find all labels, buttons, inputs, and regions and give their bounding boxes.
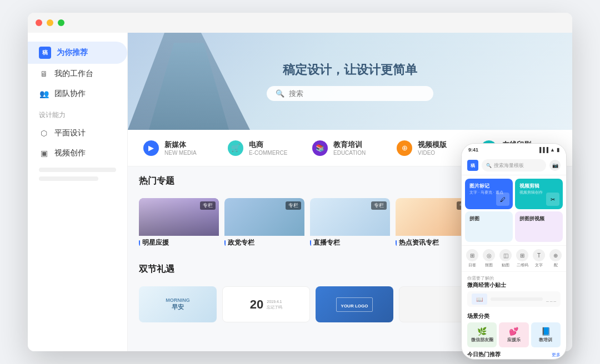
phone-icon-sign[interactable]: ⊞ 日签 [466,249,478,268]
topic-card-2[interactable]: 专栏 直播专栏 百种直播玩法，引爆销量No.1 [310,198,390,248]
sidebar-placeholder-2 [39,176,98,181]
tip-card-placeholder [491,297,543,301]
search-input[interactable] [289,89,424,98]
tip-card-icon: 📖 [472,294,487,305]
phone-icon-bar: ⊞ 日签 ◎ 抠图 ◫ 贴图 ⊞ 二维码 T 文字 ⊕ 配 [462,245,566,272]
phone-feature-grid: 图片标记 文字 · 马赛克 · 遮点 🖊 视频剪辑 视频剪辑创作 ✂ 拼图 拼图… [462,175,566,245]
scene-card-wechat[interactable]: 🌿 微信朋友圈 [467,322,497,347]
sidebar-label-video: 视频创作 [54,148,86,158]
qr-icon: ⊞ [516,249,528,261]
phone-icon-qr[interactable]: ⊞ 二维码 [516,249,528,268]
fullscreen-button[interactable] [58,19,64,26]
camera-icon[interactable]: 📷 [549,160,561,171]
hero-title: 稿定设计，让设计更简单 [283,62,417,78]
category-ecommerce[interactable]: 🛒 电商 E-COMMERCE [223,138,308,158]
education-zh: 教育培训 [333,140,366,150]
text-label: 文字 [535,262,543,268]
sidebar-placeholder-1 [39,168,116,172]
festival-subtext-0: 早安 [172,303,184,311]
category-education[interactable]: 📚 教育培训 EDUCATION [308,138,392,158]
festival-card-1[interactable]: 20 2019.4.1忘记了吗 [222,286,310,322]
phone-tip-pre-label: 你需要了解的 [467,275,561,281]
wifi-icon: ▲ [550,147,555,153]
festival-date: 2019.4.1忘记了吗 [267,299,282,310]
ecommerce-icon: 🛒 [228,140,243,156]
phone-avatar: 稿 [467,160,478,171]
phone-status-right: ▐▐▐ ▲ ▮ [538,147,559,153]
phone-time: 9:41 [468,147,478,153]
education-icon: 📚 [312,140,328,156]
festival-card-0[interactable]: MORNING 早安 [139,286,217,322]
cutout-icon: ◎ [483,249,495,261]
close-button[interactable] [36,19,42,26]
scene-label-0: 微信朋友圈 [471,337,493,343]
sticker-label: 贴图 [502,262,509,268]
sticker-icon: ◫ [499,249,512,261]
ecommerce-en: E-COMMERCE [249,150,287,156]
topic-info-1: 政党专栏 政党相关模板，传播正能量 [224,236,304,248]
feature-title-3: 拼图拼视频 [519,216,558,223]
festival-card-2[interactable]: YOUR LOGO [316,286,393,322]
feature-card-video[interactable]: 视频剪辑 视频剪辑创作 ✂ [515,179,563,209]
qr-label: 二维码 [517,262,528,268]
sidebar: 稿 为你推荐 🖥 我的工作台 👥 团队协作 设计能力 ⬡ 平面设计 ▣ [28,33,128,351]
phone-search-placeholder: 搜索海量模板 [494,162,524,169]
sidebar-label-design: 平面设计 [54,128,86,138]
search-icon: 🔍 [276,89,284,98]
sidebar-avatar: 稿 [39,47,51,59]
phone-icon-sticker[interactable]: ◫ 贴图 [499,249,512,268]
phone-icon-text[interactable]: T 文字 [533,249,545,268]
scene-icon-2: 📘 [541,327,551,336]
hot-header: 今日热门推荐 更多 [467,351,561,358]
topic-card-1[interactable]: 专栏 政党专栏 政党相关模板，传播正能量 [224,198,304,248]
video-texts: 视频模版 VIDEO [418,140,447,156]
more-label: 配 [554,262,558,268]
phone-icon-more[interactable]: ⊕ 配 [549,249,562,268]
sidebar-item-video[interactable]: ▣ 视频创作 [28,143,127,163]
sidebar-label-workspace: 我的工作台 [54,69,93,79]
festival-text-0: MORNING [166,297,190,303]
team-icon: 👥 [39,89,49,99]
feature-card-video-collage[interactable]: 拼图拼视频 [515,211,563,242]
new-media-icon: ▶ [143,140,159,156]
sidebar-label-recommended: 为你推荐 [57,48,88,58]
scene-label-2: 教培训 [539,337,552,343]
sidebar-item-recommended[interactable]: 稿 为你推荐 [28,42,127,64]
phone-tip-title: 微商经营小贴士 [467,281,561,289]
topic-card-0[interactable]: 专栏 明星应援 应援横幅、应援海报 [139,198,219,248]
education-en: EDUCATION [333,150,366,156]
sidebar-item-workspace[interactable]: 🖥 我的工作台 [28,64,127,84]
phone-tip-section: 你需要了解的 微商经营小贴士 📖 _ _ _ [462,272,566,309]
ecommerce-zh: 电商 [249,140,287,150]
sign-label: 日签 [468,262,476,268]
sidebar-label-team: 团队协作 [54,89,86,99]
text-icon: T [533,249,545,261]
more-icon: ⊕ [549,249,562,261]
topic-badge-1: 专栏 [286,201,301,210]
topic-badge-2: 专栏 [371,201,387,210]
phone-search-bar[interactable]: 🔍 搜索海量模板 [482,159,546,171]
minimize-button[interactable] [47,19,53,26]
phone-icon-cutout[interactable]: ◎ 抠图 [483,249,495,268]
app-wrapper: 稿 为你推荐 🖥 我的工作台 👥 团队协作 设计能力 ⬡ 平面设计 ▣ [28,13,572,351]
category-new-media[interactable]: ▶ 新媒体 NEW MEDIA [139,138,223,158]
sidebar-item-design[interactable]: ⬡ 平面设计 [28,123,127,143]
scene-card-edu[interactable]: 📘 教培训 [531,322,561,347]
feature-card-annotation[interactable]: 图片标记 文字 · 马赛克 · 遮点 🖊 [465,179,513,209]
topic-name-1: 政党专栏 [224,238,304,247]
phone-tip-card[interactable]: 📖 _ _ _ [467,291,561,307]
topic-badge-0: 专栏 [200,201,216,210]
phone-search-icon: 🔍 [486,163,492,168]
signal-icon: ▐▐▐ [538,147,548,153]
new-media-zh: 新媒体 [164,140,197,150]
new-media-texts: 新媒体 NEW MEDIA [164,140,197,156]
feature-card-collage[interactable]: 拼图 [465,211,513,242]
hot-title: 今日热门推荐 [467,351,501,358]
scene-card-support[interactable]: 💕 应援乐 [499,322,528,347]
hero-search-bar[interactable]: 🔍 [267,86,433,101]
battery-icon: ▮ [557,147,559,153]
phone-scene-grid: 🌿 微信朋友圈 💕 应援乐 📘 教培训 [462,322,566,351]
hot-more-link[interactable]: 更多 [552,352,561,358]
phone-header: 稿 🔍 搜索海量模板 📷 [462,156,566,175]
sidebar-item-team[interactable]: 👥 团队协作 [28,84,127,104]
